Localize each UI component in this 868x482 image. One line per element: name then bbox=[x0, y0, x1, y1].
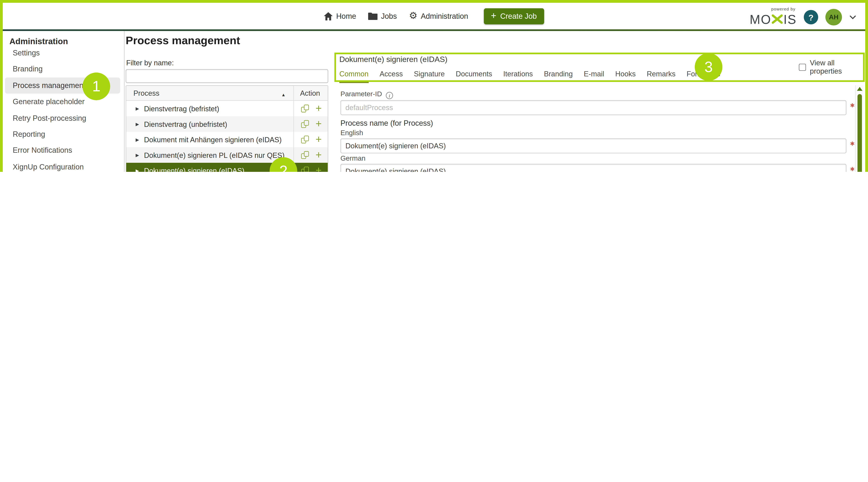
avatar[interactable]: AH bbox=[826, 9, 842, 26]
copy-icon[interactable] bbox=[301, 167, 309, 172]
required-marker: ✱ bbox=[850, 141, 855, 147]
help-icon[interactable]: ? bbox=[804, 10, 818, 25]
table-row[interactable]: ▶ Dokument(e) signieren PL (eIDAS nur QE… bbox=[126, 147, 328, 163]
table-header: Process ▲ Action bbox=[126, 86, 328, 101]
table-row[interactable]: ▶ Dokument mit Anhängen signieren (eIDAS… bbox=[126, 132, 328, 147]
caret-right-icon[interactable]: ▶ bbox=[135, 152, 139, 157]
powered-by-label: powered by bbox=[771, 6, 796, 11]
tab-remarks[interactable]: Remarks bbox=[647, 70, 676, 83]
column-header-action: Action bbox=[293, 86, 328, 100]
detail-tabs: Common Access Signature Documents Iterat… bbox=[339, 70, 720, 83]
nav-jobs-label: Jobs bbox=[381, 12, 397, 20]
copy-icon[interactable] bbox=[301, 151, 309, 159]
parameter-id-label: Parameter-IDi bbox=[340, 90, 857, 98]
chevron-down-icon[interactable] bbox=[849, 12, 856, 22]
callout-circle-1: 1 bbox=[83, 72, 110, 100]
view-all-properties-label: View all properties bbox=[810, 59, 868, 75]
create-job-button[interactable]: + Create Job bbox=[484, 8, 544, 24]
process-name-section-label: Process name (for Process) bbox=[340, 119, 857, 128]
process-name: Dienstvertrag (unbefristet) bbox=[144, 120, 227, 128]
sidebar-item-reporting[interactable]: Reporting bbox=[3, 126, 124, 143]
main-nav: Home Jobs ⚙ Administration + Create Job bbox=[3, 3, 865, 29]
help-glyph: ? bbox=[808, 12, 813, 22]
nav-home[interactable]: Home bbox=[324, 12, 356, 20]
view-all-properties: View all properties bbox=[799, 59, 868, 75]
tab-access[interactable]: Access bbox=[379, 70, 403, 83]
filter-input[interactable] bbox=[126, 69, 328, 83]
process-name: Dokument(e) signieren (eIDAS) bbox=[144, 166, 244, 172]
nav-jobs[interactable]: Jobs bbox=[368, 12, 397, 20]
home-icon bbox=[324, 12, 333, 20]
logo-text-left: MO bbox=[750, 12, 771, 27]
required-marker: ✱ bbox=[850, 102, 855, 109]
create-job-label: Create Job bbox=[500, 12, 537, 20]
tab-email[interactable]: E-mail bbox=[584, 70, 604, 83]
page-title: Process management bbox=[126, 34, 240, 47]
process-name-german-input[interactable] bbox=[340, 164, 846, 172]
tab-signature[interactable]: Signature bbox=[414, 70, 445, 83]
required-marker: ✱ bbox=[850, 166, 855, 172]
filter-label: Filter by name: bbox=[126, 59, 174, 67]
moxis-logo: powered by MO IS bbox=[750, 7, 797, 27]
process-name-english-input[interactable] bbox=[340, 139, 846, 153]
process-name: Dienstvertrag (befristet) bbox=[144, 104, 219, 113]
sidebar-menu: Settings Branding Process management Gen… bbox=[3, 45, 124, 172]
table-row[interactable]: ▶ Dienstvertrag (unbefristet) + bbox=[126, 116, 328, 132]
caret-right-icon[interactable]: ▶ bbox=[135, 137, 139, 142]
table-row-selected[interactable]: ▶ Dokument(e) signieren (eIDAS) + bbox=[126, 163, 328, 172]
header-divider bbox=[3, 29, 865, 31]
process-name: Dokument mit Anhängen signieren (eIDAS) bbox=[144, 135, 282, 144]
tab-common[interactable]: Common bbox=[339, 70, 369, 83]
folder-icon bbox=[368, 12, 378, 20]
sidebar-title: Administration bbox=[9, 36, 124, 46]
sidebar-item-settings[interactable]: Settings bbox=[3, 45, 124, 61]
sidebar-item-retry-post-processing[interactable]: Retry Post-processing bbox=[3, 110, 124, 126]
info-icon[interactable]: i bbox=[386, 92, 393, 99]
gear-icon: ⚙ bbox=[409, 12, 417, 21]
scroll-up-icon[interactable] bbox=[857, 87, 863, 91]
sort-ascending-icon[interactable]: ▲ bbox=[281, 92, 286, 97]
add-icon[interactable]: + bbox=[315, 135, 321, 143]
caret-right-icon[interactable]: ▶ bbox=[135, 122, 139, 126]
brand-area: powered by MO IS ? AH bbox=[750, 7, 856, 28]
top-header: Home Jobs ⚙ Administration + Create Job … bbox=[3, 3, 865, 29]
copy-icon[interactable] bbox=[301, 104, 309, 112]
column-header-process[interactable]: Process ▲ bbox=[126, 89, 293, 97]
table-row[interactable]: ▶ Dienstvertrag (befristet) + bbox=[126, 101, 328, 116]
logo-x-icon bbox=[772, 12, 783, 27]
sidebar-item-xignup-configuration[interactable]: XignUp Configuration bbox=[3, 159, 124, 172]
process-name-english-label: English bbox=[340, 129, 857, 137]
add-icon[interactable]: + bbox=[315, 167, 321, 172]
app-window: Home Jobs ⚙ Administration + Create Job … bbox=[0, 0, 868, 172]
parameter-id-input[interactable] bbox=[340, 100, 846, 115]
view-all-properties-checkbox[interactable] bbox=[799, 63, 806, 70]
nav-home-label: Home bbox=[336, 12, 356, 20]
avatar-initials: AH bbox=[829, 13, 839, 21]
caret-right-icon[interactable]: ▶ bbox=[135, 168, 139, 172]
admin-sidebar: Administration Settings Branding Process… bbox=[3, 31, 124, 172]
tab-hooks[interactable]: Hooks bbox=[615, 70, 636, 83]
process-name-german-label: German bbox=[340, 154, 857, 162]
callout-circle-3: 3 bbox=[695, 53, 722, 81]
sidebar-item-branding[interactable]: Branding bbox=[3, 61, 124, 77]
nav-administration-label: Administration bbox=[421, 12, 468, 20]
process-form: Parameter-IDi ✱ Process name (for Proces… bbox=[334, 83, 857, 172]
tab-documents[interactable]: Documents bbox=[456, 70, 492, 83]
copy-icon[interactable] bbox=[301, 120, 309, 128]
nav-administration[interactable]: ⚙ Administration bbox=[409, 12, 468, 21]
add-icon[interactable]: + bbox=[315, 104, 321, 112]
copy-icon[interactable] bbox=[301, 135, 309, 143]
caret-right-icon[interactable]: ▶ bbox=[135, 106, 139, 111]
sidebar-item-error-notifications[interactable]: Error Notifications bbox=[3, 143, 124, 159]
form-scrollbar[interactable] bbox=[855, 85, 863, 172]
add-icon[interactable]: + bbox=[315, 151, 321, 159]
logo-text-right: IS bbox=[783, 12, 797, 27]
tab-branding[interactable]: Branding bbox=[544, 70, 573, 83]
detail-title: Dokument(e) signieren (eIDAS) bbox=[339, 55, 447, 64]
process-table: Process ▲ Action ▶ Dienstvertrag (befris… bbox=[126, 85, 328, 172]
plus-icon: + bbox=[491, 13, 496, 19]
add-icon[interactable]: + bbox=[315, 120, 321, 128]
tab-iterations[interactable]: Iterations bbox=[503, 70, 533, 83]
scrollbar-thumb[interactable] bbox=[857, 94, 862, 172]
process-name: Dokument(e) signieren PL (eIDAS nur QES) bbox=[144, 151, 284, 159]
